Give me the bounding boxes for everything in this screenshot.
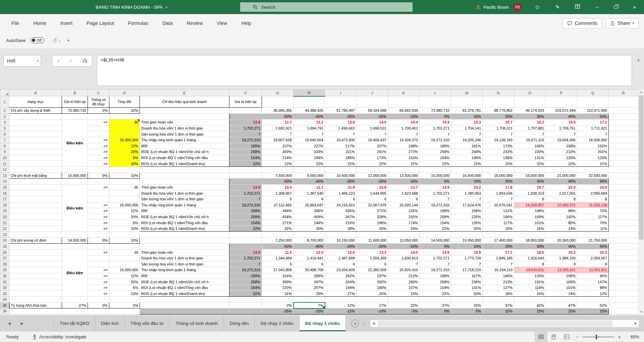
- column-header-F[interactable]: F: [229, 90, 262, 96]
- cell-P24[interactable]: 20,300,000: [546, 238, 577, 244]
- column-header-H[interactable]: H: [293, 90, 325, 96]
- cell-B12[interactable]: [62, 166, 88, 173]
- cell-A15[interactable]: [9, 184, 62, 190]
- cell-P4[interactable]: 16.6: [546, 119, 577, 126]
- cell-B25[interactable]: [62, 243, 88, 249]
- cell-G20[interactable]: 454%: [262, 214, 293, 220]
- cell-P30[interactable]: 108%: [546, 273, 577, 279]
- row-header-24[interactable]: 24: [0, 238, 9, 244]
- cell-J29[interactable]: 22,380,509: [357, 267, 388, 273]
- cell-J15[interactable]: 12.8: [357, 184, 388, 190]
- cell-M32[interactable]: 141%: [451, 285, 483, 291]
- undo-button[interactable]: ↺ ▾: [52, 37, 60, 44]
- cell-F36[interactable]: [229, 308, 262, 314]
- zoom-in-button[interactable]: +: [615, 334, 624, 340]
- cell-I28[interactable]: 6: [325, 261, 357, 267]
- cell-O29[interactable]: 14,610,011: [514, 267, 546, 273]
- row-header-7[interactable]: 7: [0, 137, 9, 143]
- cell-D31[interactable]: 20%: [109, 279, 140, 285]
- cell-E9[interactable]: ROE (Lợi nhuận BQ 1 năm/Vốn chủ sở h: [140, 149, 229, 155]
- cell-F3[interactable]: [229, 113, 262, 119]
- cell-K19[interactable]: 226%: [388, 208, 420, 214]
- share-caret-icon[interactable]: ▾: [632, 21, 634, 25]
- cell-O6[interactable]: 7: [514, 131, 546, 137]
- sheet-nav-right-icon[interactable]: ▶: [21, 322, 23, 325]
- cell-Q17[interactable]: 8: [577, 196, 609, 202]
- row-header-1[interactable]: 1: [0, 96, 9, 108]
- cell-D36[interactable]: [109, 308, 140, 314]
- tab-formulas[interactable]: Formulas: [128, 20, 148, 26]
- cell-M30[interactable]: 167%: [451, 273, 483, 279]
- cell-M16[interactable]: 1,780,953: [451, 190, 483, 196]
- row-header-11[interactable]: 11: [0, 161, 9, 167]
- cell-N15[interactable]: 17.8: [483, 184, 514, 190]
- cell-G22[interactable]: 32%: [262, 226, 293, 232]
- share-button[interactable]: Share ▾: [605, 18, 639, 29]
- cell-M12[interactable]: [451, 166, 483, 173]
- cell-D35[interactable]: 5%: [109, 302, 140, 308]
- row-header-8[interactable]: 8: [0, 143, 9, 149]
- column-header-Q[interactable]: Q: [577, 90, 609, 96]
- cell-G24[interactable]: 7,250,000: [262, 238, 293, 244]
- cell-E5[interactable]: Doanh thu hòa vốn/ 1 đơn vị thời gian: [140, 125, 229, 131]
- cell-B15[interactable]: Điều kiện: [62, 184, 88, 232]
- cell-Q30[interactable]: 90%: [577, 273, 609, 279]
- cell-C3[interactable]: [88, 113, 109, 119]
- cell-K3[interactable]: -10%: [388, 113, 420, 119]
- cell-E21[interactable]: ROI (Lợi nhuận BQ 1 năm/Tổng vốn đầu: [140, 220, 229, 226]
- cell-I10[interactable]: 185%: [325, 155, 357, 161]
- cell-F1[interactable]: Giá trị hiện tại: [229, 96, 262, 108]
- cell-Q5[interactable]: 1,711,621: [577, 125, 609, 131]
- cell-M27[interactable]: 1,773,728: [451, 255, 483, 261]
- row-header-36[interactable]: 36: [0, 308, 9, 314]
- cell-A13[interactable]: Chi phí thuê mặt bằng: [9, 173, 62, 179]
- column-header-R[interactable]: R: [609, 90, 638, 96]
- cell-M26[interactable]: 15.9: [451, 249, 483, 255]
- cell-N31[interactable]: 213%: [483, 279, 514, 285]
- cell-D23[interactable]: [109, 232, 140, 238]
- column-header-D[interactable]: D: [109, 90, 140, 96]
- cell-K15[interactable]: 13.7: [388, 184, 420, 190]
- cell-C28[interactable]: [88, 261, 109, 267]
- cell-Q32[interactable]: 88%: [577, 285, 609, 291]
- ribbon-display-options-icon[interactable]: [568, 4, 588, 10]
- cell-B2[interactable]: 73,980,710: [62, 108, 88, 114]
- cell-J12[interactable]: [357, 166, 388, 173]
- cell-Q18[interactable]: 11,033,138: [577, 202, 609, 208]
- cell-P29[interactable]: 13,055,911: [546, 267, 577, 273]
- cell-I15[interactable]: 11.9: [325, 184, 357, 190]
- cell-L28[interactable]: 7: [420, 261, 451, 267]
- cell-I36[interactable]: -15%: [325, 308, 357, 314]
- cell-B36[interactable]: [62, 308, 88, 314]
- cell-J10[interactable]: 173%: [357, 155, 388, 161]
- cell-E36[interactable]: [140, 308, 229, 314]
- cell-Q36[interactable]: 25%: [577, 308, 609, 314]
- cell-O35[interactable]: 42%: [514, 302, 546, 308]
- cell-K1[interactable]: [388, 96, 420, 108]
- cell-R12[interactable]: [609, 166, 638, 173]
- cell-L26[interactable]: 14.9: [420, 249, 451, 255]
- cell-Q6[interactable]: 7: [577, 131, 609, 137]
- cell-A29[interactable]: [9, 267, 62, 273]
- cell-L31[interactable]: 258%: [420, 279, 451, 285]
- cell-C1[interactable]: Thông số độ nhạy: [88, 96, 109, 108]
- cell-L36[interactable]: 0%: [420, 308, 451, 314]
- cell-N30[interactable]: 146%: [483, 273, 514, 279]
- cell-E19[interactable]: IRR: [140, 208, 229, 214]
- cell-O31[interactable]: 191%: [514, 279, 546, 285]
- cell-P26[interactable]: 20.2: [546, 249, 577, 255]
- cell-L15[interactable]: 14.9: [420, 184, 451, 190]
- cell-R23[interactable]: [609, 232, 638, 238]
- cell-I27[interactable]: 1,487,899: [325, 255, 357, 261]
- cell-G16[interactable]: 1,308,857: [262, 190, 293, 196]
- cell-P18[interactable]: 12,680,972: [546, 202, 577, 208]
- cell-G31[interactable]: 369%: [262, 279, 293, 285]
- cell-C21[interactable]: >=: [88, 220, 109, 226]
- cell-O33[interactable]: 16%: [514, 291, 546, 297]
- cell-L27[interactable]: 1,702,271: [420, 255, 451, 261]
- cell-O18[interactable]: 14,328,807: [514, 202, 546, 208]
- cell-I6[interactable]: 7: [325, 131, 357, 137]
- cell-P32[interactable]: 101%: [546, 285, 577, 291]
- document-title[interactable]: BANG TINH KINH DOANH - SPA ∨: [96, 0, 168, 14]
- cell-L4[interactable]: 14.9: [420, 119, 451, 126]
